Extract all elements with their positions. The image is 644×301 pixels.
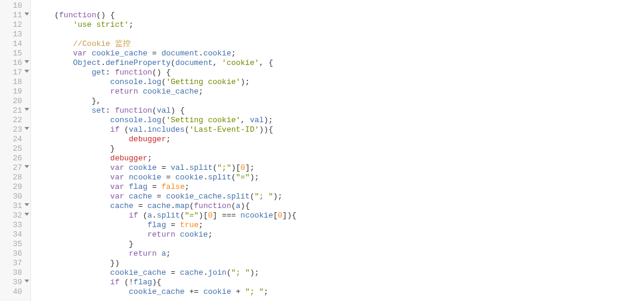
line-number[interactable]: 36	[0, 249, 30, 259]
fold-toggle-icon[interactable]	[24, 108, 29, 111]
line-number[interactable]: 40	[0, 287, 30, 297]
code-line[interactable]: console.log('Getting cookie');	[36, 77, 644, 87]
token-pun: .	[199, 49, 203, 58]
fold-toggle-icon[interactable]	[24, 13, 29, 15]
code-line[interactable]: var cookie = val.split(";")[0];	[36, 163, 644, 173]
line-number[interactable]: 38	[0, 268, 30, 278]
token-ident: set	[92, 106, 106, 115]
code-line[interactable]: }	[36, 144, 644, 154]
token-pun: (	[138, 211, 148, 220]
line-number[interactable]: 14	[0, 39, 30, 49]
line-number[interactable]: 35	[0, 240, 30, 249]
token-ident: includes	[147, 125, 184, 134]
code-line[interactable]: flag = true;	[36, 221, 644, 230]
line-number[interactable]: 20	[0, 97, 30, 106]
line-number[interactable]: 18	[0, 77, 30, 87]
fold-toggle-icon[interactable]	[24, 213, 29, 216]
token-ident: log	[147, 77, 161, 86]
code-line[interactable]: return cookie_cache;	[36, 87, 644, 97]
line-number[interactable]: 28	[0, 173, 30, 182]
line-number[interactable]: 33	[0, 221, 30, 230]
token-ident: defineProperty	[106, 58, 171, 67]
code-line[interactable]: })	[36, 259, 644, 268]
line-number[interactable]: 11	[0, 11, 30, 20]
code-line[interactable]: set: function(val) {	[36, 106, 644, 116]
code-line[interactable]: 'use strict';	[36, 20, 644, 30]
line-number[interactable]: 17	[0, 68, 30, 77]
code-line[interactable]	[36, 30, 644, 39]
line-number[interactable]: 10	[0, 1, 30, 11]
line-number[interactable]: 29	[0, 182, 30, 192]
code-line[interactable]: (function() {	[36, 11, 644, 20]
token-pun: .	[101, 58, 106, 67]
line-number[interactable]: 32	[0, 211, 30, 221]
line-number[interactable]: 34	[0, 230, 30, 240]
token-ident: ncookie	[240, 211, 273, 220]
code-line[interactable]: return a;	[36, 249, 644, 259]
token-str: "; "	[245, 287, 264, 296]
line-number[interactable]: 24	[0, 135, 30, 144]
token-kw: var	[73, 49, 86, 58]
token-ident: ncookie	[129, 173, 162, 182]
token-ident: val	[171, 163, 184, 172]
line-number[interactable]: 26	[0, 154, 30, 163]
line-number[interactable]: 15	[0, 49, 30, 58]
token-pun: (	[152, 106, 157, 115]
token-ident: val	[129, 125, 143, 134]
code-line[interactable]: debugger;	[36, 135, 644, 144]
line-number[interactable]: 31	[0, 201, 30, 211]
fold-toggle-icon[interactable]	[24, 60, 29, 63]
token-pun: ;	[166, 249, 171, 258]
code-line[interactable]: }	[36, 240, 644, 249]
code-line[interactable]: if (a.split("=")[0] === ncookie[0]){	[36, 211, 644, 221]
code-line[interactable]	[36, 1, 644, 11]
token-pun: (!	[119, 278, 133, 287]
token-ident: split	[189, 163, 212, 172]
line-number[interactable]: 16	[0, 58, 30, 68]
code-line[interactable]: },	[36, 97, 644, 106]
code-area[interactable]: (function() { 'use strict'; //Cookie 监控 …	[31, 0, 644, 301]
fold-toggle-icon[interactable]	[24, 165, 29, 168]
line-number[interactable]: 23	[0, 125, 30, 135]
code-line[interactable]: var cache = cookie_cache.split("; ");	[36, 192, 644, 201]
line-number[interactable]: 27	[0, 163, 30, 173]
token-pun: }	[110, 144, 115, 153]
token-pun: .	[203, 268, 208, 277]
code-line[interactable]: var flag = false;	[36, 182, 644, 192]
token-pun: ){	[152, 278, 162, 287]
code-line[interactable]: //Cookie 监控	[36, 39, 644, 49]
token-pun: ] ===	[213, 211, 241, 220]
line-number[interactable]: 37	[0, 259, 30, 268]
fold-toggle-icon[interactable]	[24, 70, 29, 73]
line-number[interactable]: 12	[0, 20, 30, 30]
line-number[interactable]: 22	[0, 116, 30, 125]
line-number[interactable]: 25	[0, 144, 30, 154]
fold-toggle-icon[interactable]	[24, 203, 29, 206]
line-number[interactable]: 30	[0, 192, 30, 201]
code-line[interactable]: Object.defineProperty(document, 'cookie'…	[36, 58, 644, 68]
fold-toggle-icon[interactable]	[24, 127, 29, 130]
line-number[interactable]: 39	[0, 278, 30, 287]
code-line[interactable]: cookie_cache += cookie + "; ";	[36, 287, 644, 297]
code-line[interactable]: cookie_cache = cache.join("; ");	[36, 268, 644, 278]
code-line[interactable]: var ncookie = cookie.split("=");	[36, 173, 644, 182]
code-line[interactable]: get: function() {	[36, 68, 644, 77]
line-number[interactable]: 19	[0, 87, 30, 97]
code-line[interactable]: cache = cache.map(function(a){	[36, 201, 644, 211]
code-line[interactable]: return cookie;	[36, 230, 644, 240]
line-number-gutter[interactable]: 1011121314151617181920212223242526272829…	[0, 0, 31, 301]
code-line[interactable]: var cookie_cache = document.cookie;	[36, 49, 644, 58]
token-pun: +=	[185, 287, 203, 296]
code-line[interactable]: if (!flag){	[36, 278, 644, 287]
token-ident: val	[250, 116, 264, 125]
code-line[interactable]: debugger;	[36, 154, 644, 163]
token-pun: ,	[213, 58, 222, 67]
token-ident: cookie_cache	[143, 87, 199, 96]
token-ident: cookie_cache	[129, 287, 185, 296]
code-line[interactable]: console.log('Setting cookie', val);	[36, 116, 644, 125]
line-number[interactable]: 13	[0, 30, 30, 39]
code-line[interactable]: if (val.includes('Last-Event-ID')){	[36, 125, 644, 135]
token-pun: .	[203, 173, 208, 182]
fold-toggle-icon[interactable]	[24, 280, 29, 283]
line-number[interactable]: 21	[0, 106, 30, 116]
